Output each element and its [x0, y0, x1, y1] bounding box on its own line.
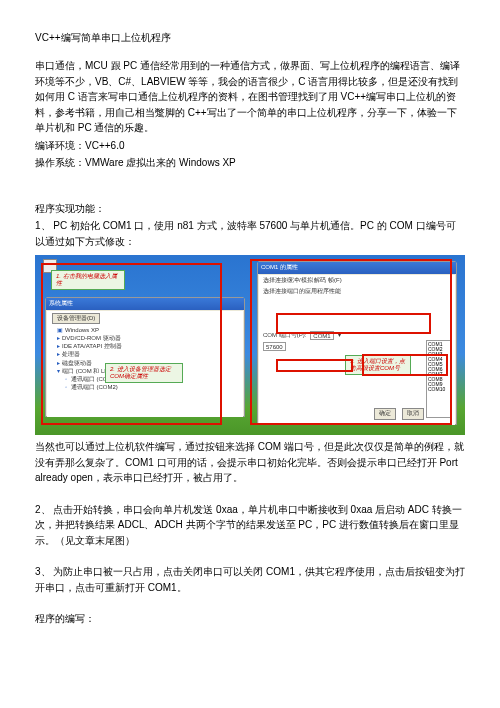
func3: 3、 为防止串口被一只占用，点击关闭串口可以关闭 COM1，供其它程序使用，点击… — [35, 564, 465, 595]
annotation-box-advanced — [276, 313, 431, 335]
doc-title: VC++编写简单串口上位机程序 — [35, 30, 465, 46]
func1: 1、 PC 初始化 COM1 口，使用 n81 方式，波特率 57600 与单片… — [35, 218, 465, 249]
func-header: 程序实现功能： — [35, 201, 465, 217]
annotation-box-left — [41, 263, 222, 425]
annotation-box-com-select — [276, 359, 353, 372]
intro-paragraph: 串口通信，MCU 跟 PC 通信经常用到的一种通信方式，做界面、写上位机程序的编… — [35, 58, 465, 136]
os-value: VMWare 虚拟出来的 Windows XP — [85, 157, 236, 168]
annotation-box-com-list — [362, 354, 448, 376]
os-line: 操作系统：VMWare 虚拟出来的 Windows XP — [35, 155, 465, 171]
func2: 2、 点击开始转换，串口会向单片机发送 0xaa，单片机串口中断接收到 0xaa… — [35, 502, 465, 549]
os-label: 操作系统： — [35, 157, 85, 168]
code-header: 程序的编写： — [35, 611, 465, 627]
annotation-box-right — [250, 259, 452, 425]
after-image-para: 当然也可以通过上位机软件编写，通过按钮来选择 COM 端口号，但是此次仅仅是简单… — [35, 439, 465, 486]
env-value: VC++6.0 — [85, 140, 124, 151]
env-line: 编译环境：VC++6.0 — [35, 138, 465, 154]
env-label: 编译环境： — [35, 140, 85, 151]
screenshot-composite: 1. 右击我的电脑选入属性 系统属性 设备管理器(D) ▣Windows XP … — [35, 255, 465, 435]
